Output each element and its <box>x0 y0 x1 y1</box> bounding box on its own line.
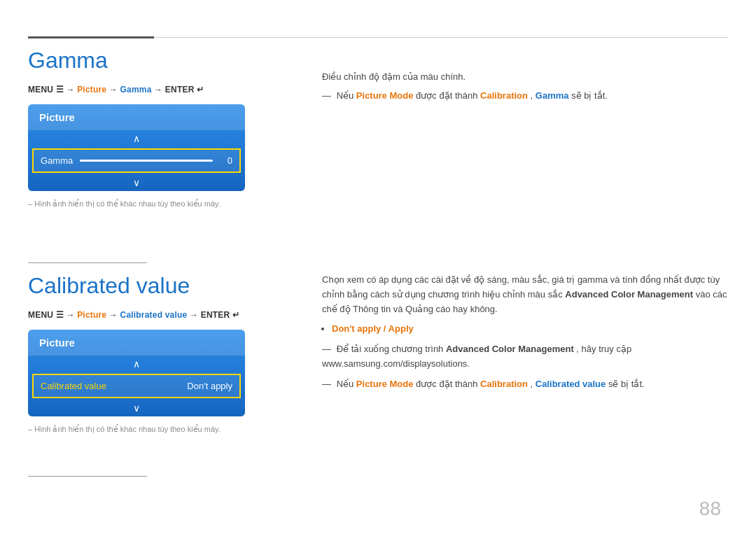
dash: — <box>322 89 331 104</box>
gamma-title: Gamma <box>28 48 294 73</box>
dont-apply-apply-item: Don't apply / Apply <box>332 322 728 337</box>
cal-comma: , <box>531 379 536 389</box>
calibration-ref: Calibration <box>480 90 528 101</box>
cal-desc-para3: — Nếu Picture Mode được đặt thành Calibr… <box>322 377 728 392</box>
cal-bullet-list: Don't apply / Apply <box>332 322 728 337</box>
gamma-menu-path: MENU ☰ → Picture → Gamma → ENTER ↵ <box>28 85 294 94</box>
comma: , <box>531 90 536 101</box>
gamma-footnote: Hình ảnh hiển thị có thể khác nhau tùy t… <box>28 199 294 209</box>
gamma-separator <box>28 262 147 263</box>
calibrated-ui-header: Picture <box>28 330 245 356</box>
top-decorative-lines <box>28 36 728 38</box>
calibrated-separator <box>28 476 147 477</box>
calibrated-section: Calibrated value MENU ☰ → Picture → Cali… <box>28 273 294 434</box>
cal-arrow3: → <box>190 310 201 320</box>
calibrated-row-value: Don't apply <box>187 381 232 391</box>
cal-arrow1: → <box>66 310 77 320</box>
gamma-section: Gamma MENU ☰ → Picture → Gamma → ENTER ↵… <box>28 48 294 209</box>
enter-icon: ↵ <box>197 85 204 94</box>
calibrated-ui-box: Picture ∧ Calibrated value Don't apply ∨ <box>28 330 245 416</box>
se-bi-tat: sẽ bị tắt. <box>571 90 608 101</box>
gamma-slider-container: 0 <box>80 155 232 166</box>
enter-label: ENTER <box>165 85 195 94</box>
picture-link[interactable]: Picture <box>77 85 106 94</box>
cal-arrow2: → <box>109 310 120 320</box>
gamma-ref: Gamma <box>536 90 569 101</box>
dash2: — <box>322 342 331 357</box>
arrow3: → <box>154 85 165 94</box>
top-line-light <box>154 37 728 38</box>
gamma-link[interactable]: Gamma <box>120 85 152 94</box>
gamma-row[interactable]: Gamma 0 <box>32 148 241 173</box>
gamma-ui-box: Picture ∧ Gamma 0 ∨ <box>28 104 245 191</box>
page-container: Gamma MENU ☰ → Picture → Gamma → ENTER ↵… <box>0 0 756 534</box>
gamma-desc-line2: — Nếu Picture Mode được đặt thành Calibr… <box>322 89 728 104</box>
cal-desc-para2: — Để tải xuống chương trình Advanced Col… <box>322 342 728 372</box>
cal-desc-para1: Chọn xem có áp dụng các cài đặt về độ sá… <box>322 273 728 316</box>
calibrated-footnote: Hình ảnh hiển thị có thể khác nhau tùy t… <box>28 425 294 434</box>
cal-para2-text: Để tải xuống chương trình <box>337 344 446 354</box>
gamma-row-label: Gamma <box>41 155 73 166</box>
cal-chevron-up[interactable]: ∧ <box>28 356 245 372</box>
dont-apply-link[interactable]: Don't apply / Apply <box>332 323 414 334</box>
arrow2: → <box>109 85 120 94</box>
gamma-slider[interactable] <box>80 160 213 162</box>
gamma-chevron-up[interactable]: ∧ <box>28 130 245 147</box>
calibrated-menu-path: MENU ☰ → Picture → Calibrated value → EN… <box>28 310 294 320</box>
menu-prefix: MENU <box>28 85 53 94</box>
calibrated-description: Chọn xem có áp dụng các cài đặt về độ sá… <box>322 273 728 398</box>
calibrated-row[interactable]: Calibrated value Don't apply <box>32 374 241 398</box>
gamma-description: Điều chỉnh độ đậm của màu chính. — Nếu P… <box>322 70 728 108</box>
menu-icon: ☰ <box>56 85 66 94</box>
arrow1: → <box>66 85 77 94</box>
gamma-desc-line1: Điều chỉnh độ đậm của màu chính. <box>322 70 728 85</box>
cal-menu-icon: ☰ <box>56 310 66 320</box>
cal-calibration-ref: Calibration <box>480 379 528 389</box>
cal-chevron-down[interactable]: ∨ <box>28 400 245 416</box>
nếu-text: Nếu <box>337 90 356 101</box>
gamma-value: 0 <box>218 155 232 166</box>
cal-picture-label: Picture <box>39 337 75 349</box>
cal-menu-prefix: MENU <box>28 310 53 320</box>
cal-value-ref: Calibrated value <box>536 379 606 389</box>
gamma-ui-header: Picture <box>28 104 245 130</box>
calibrated-row-label: Calibrated value <box>41 381 106 391</box>
gamma-picture-label: Picture <box>39 111 75 123</box>
calibrated-title: Calibrated value <box>28 273 294 299</box>
acm-ref: Advanced Color Management <box>565 289 693 300</box>
cal-text-duoc: được đặt thành <box>416 379 480 389</box>
cal-nếu-text: Nếu <box>337 379 356 389</box>
cal-enter-label: ENTER <box>201 310 230 320</box>
dash3: — <box>322 377 331 392</box>
top-line-dark <box>28 36 154 38</box>
cal-picture-mode-ref: Picture Mode <box>356 379 414 389</box>
picture-mode-ref: Picture Mode <box>356 90 414 101</box>
acm-ref2: Advanced Color Management <box>446 344 574 354</box>
cal-se-bi-tat: sẽ bị tắt. <box>608 379 645 389</box>
gamma-chevron-down[interactable]: ∨ <box>28 174 245 191</box>
cal-picture-link[interactable]: Picture <box>77 310 106 320</box>
text-duoc: được đặt thành <box>416 90 480 101</box>
cal-value-link[interactable]: Calibrated value <box>120 310 188 320</box>
cal-enter-icon: ↵ <box>232 310 239 320</box>
page-number: 88 <box>699 498 721 520</box>
